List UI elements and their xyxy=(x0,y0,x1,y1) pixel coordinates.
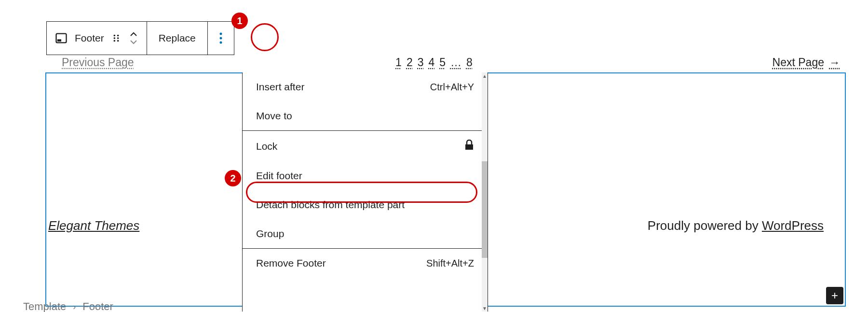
menu-item-label: Insert after xyxy=(256,81,304,93)
page-number-3[interactable]: 3 xyxy=(418,56,424,69)
menu-item-label: Lock xyxy=(256,141,277,152)
block-type-segment[interactable]: Footer xyxy=(47,22,147,55)
block-toolbar: Footer Replace xyxy=(46,21,234,55)
svg-point-9 xyxy=(219,37,222,40)
svg-rect-1 xyxy=(57,39,61,42)
menu-item-edit-footer[interactable]: Edit footer xyxy=(243,161,488,190)
scrollbar-thumb[interactable] xyxy=(482,161,488,258)
page-number-5[interactable]: 5 xyxy=(439,56,446,69)
menu-item-lock[interactable]: Lock xyxy=(243,131,488,161)
menu-item-label: Remove Footer xyxy=(256,257,326,269)
move-down-button[interactable] xyxy=(128,38,139,46)
menu-item-move-to[interactable]: Move to xyxy=(243,101,488,130)
drag-handle-icon[interactable] xyxy=(111,33,122,43)
next-page-link[interactable]: Next Page → xyxy=(773,56,840,69)
page-number-1[interactable]: 1 xyxy=(395,56,402,69)
menu-item-shortcut: Ctrl+Alt+Y xyxy=(430,82,474,93)
arrow-right-icon: → xyxy=(829,56,840,69)
menu-item-label: Edit footer xyxy=(256,170,302,182)
block-movers xyxy=(128,30,139,46)
svg-point-3 xyxy=(117,35,119,37)
more-options-button[interactable] xyxy=(208,22,234,55)
svg-rect-11 xyxy=(465,144,473,150)
previous-page-link[interactable]: Previous Page xyxy=(62,56,134,69)
scroll-down-icon[interactable]: ▼ xyxy=(482,305,488,312)
breadcrumb-root[interactable]: Template xyxy=(23,300,66,312)
add-block-button[interactable]: + xyxy=(826,287,843,304)
block-options-menu: Insert after Ctrl+Alt+Y Move to Lock Edi… xyxy=(242,72,488,312)
menu-item-group[interactable]: Group xyxy=(243,219,488,248)
site-title[interactable]: Elegant Themes xyxy=(48,218,139,233)
callout-ring-1 xyxy=(251,23,279,51)
breadcrumb-current[interactable]: Footer xyxy=(82,300,113,312)
callout-badge-2: 2 xyxy=(225,170,241,186)
menu-item-label: Detach blocks from template part xyxy=(256,199,405,211)
block-type-label: Footer xyxy=(75,32,104,44)
menu-item-detach[interactable]: Detach blocks from template part xyxy=(243,190,488,219)
next-page-label: Next Page xyxy=(773,56,824,69)
menu-item-label: Group xyxy=(256,228,284,240)
menu-item-insert-after[interactable]: Insert after Ctrl+Alt+Y xyxy=(243,72,488,101)
breadcrumb: Template › Footer xyxy=(23,300,113,312)
plus-icon: + xyxy=(831,290,838,301)
page-number-2[interactable]: 2 xyxy=(407,56,413,69)
page-ellipsis: … xyxy=(450,56,461,69)
chevron-right-icon: › xyxy=(73,302,76,312)
footer-block-icon xyxy=(54,31,68,45)
menu-item-label: Move to xyxy=(256,110,292,122)
menu-scrollbar[interactable]: ▲ ▼ xyxy=(482,72,488,312)
svg-point-6 xyxy=(113,40,115,42)
page-number-4[interactable]: 4 xyxy=(429,56,435,69)
pagination-row: Previous Page 1 2 3 4 5 … 8 Next Page → xyxy=(24,56,844,69)
footer-credit-link[interactable]: WordPress xyxy=(762,218,824,233)
replace-segment[interactable]: Replace xyxy=(147,22,208,55)
svg-point-8 xyxy=(219,33,222,35)
svg-point-4 xyxy=(113,37,115,39)
svg-point-7 xyxy=(117,40,119,42)
svg-point-10 xyxy=(219,42,222,44)
callout-badge-1: 1 xyxy=(231,13,248,29)
page-numbers: 1 2 3 4 5 … 8 xyxy=(395,56,473,69)
site-title-link[interactable]: Elegant Themes xyxy=(48,218,139,233)
lock-icon xyxy=(464,140,474,153)
svg-point-5 xyxy=(117,37,119,39)
scroll-up-icon[interactable]: ▲ xyxy=(482,72,488,79)
move-up-button[interactable] xyxy=(128,30,139,38)
previous-page-label: Previous Page xyxy=(62,56,134,69)
replace-button-label: Replace xyxy=(155,32,200,44)
svg-point-2 xyxy=(113,35,115,37)
footer-credit: Proudly powered by WordPress xyxy=(648,218,824,233)
footer-credit-prefix: Proudly powered by xyxy=(648,218,762,233)
menu-item-remove-footer[interactable]: Remove Footer Shift+Alt+Z xyxy=(243,249,488,278)
menu-item-shortcut: Shift+Alt+Z xyxy=(426,258,474,269)
page-number-last[interactable]: 8 xyxy=(466,56,473,69)
